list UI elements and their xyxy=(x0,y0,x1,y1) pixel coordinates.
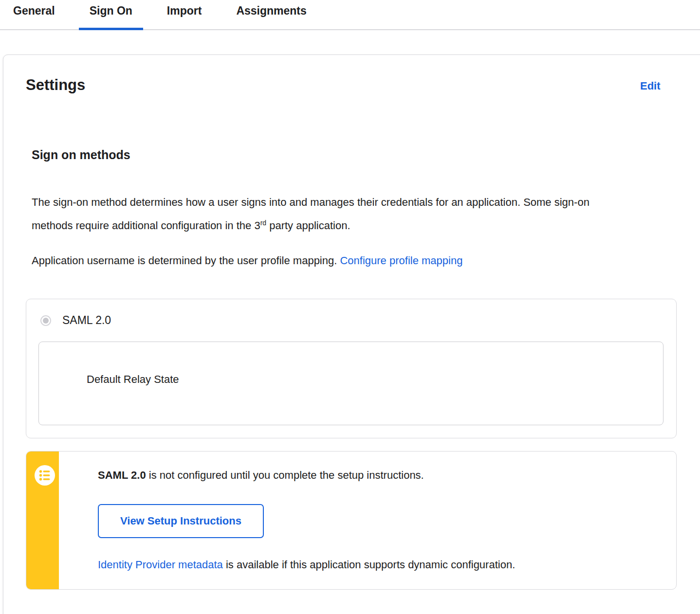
saml-setup-callout: SAML 2.0 is not configured until you com… xyxy=(26,451,677,590)
description-text-2: party application. xyxy=(266,219,350,232)
identity-provider-metadata-link[interactable]: Identity Provider metadata xyxy=(98,559,223,571)
sign-on-methods-heading: Sign on methods xyxy=(32,147,689,162)
tab-general[interactable]: General xyxy=(2,0,66,29)
view-setup-instructions-button[interactable]: View Setup Instructions xyxy=(98,504,264,538)
callout-warning-strip xyxy=(26,451,59,589)
page-title: Settings xyxy=(26,76,689,94)
callout-message-bold: SAML 2.0 xyxy=(98,469,146,481)
callout-body: SAML 2.0 is not configured until you com… xyxy=(59,451,676,589)
card-header: Settings Edit xyxy=(26,76,689,96)
saml-radio-row: SAML 2.0 xyxy=(40,314,663,327)
tab-sign-on[interactable]: Sign On xyxy=(79,0,143,29)
tab-assignments[interactable]: Assignments xyxy=(225,0,317,29)
saml-radio-button[interactable] xyxy=(40,315,51,326)
saml-radio-label[interactable]: SAML 2.0 xyxy=(62,314,111,327)
configure-profile-mapping-link[interactable]: Configure profile mapping xyxy=(340,254,462,267)
edit-link[interactable]: Edit xyxy=(640,80,661,92)
default-relay-state-label: Default Relay State xyxy=(87,373,179,385)
tab-import[interactable]: Import xyxy=(156,0,213,29)
callout-message: SAML 2.0 is not configured until you com… xyxy=(98,468,657,483)
metadata-line: Identity Provider metadata is available … xyxy=(98,558,657,572)
username-description: Application username is determined by th… xyxy=(32,249,630,272)
app-tabbar: General Sign On Import Assignments xyxy=(0,0,700,30)
relay-state-panel: Default Relay State xyxy=(38,342,663,425)
sign-on-description: The sign-on method determines how a user… xyxy=(32,191,608,237)
callout-message-rest: is not configured until you complete the… xyxy=(146,469,424,481)
settings-card: Settings Edit Sign on methods The sign-o… xyxy=(3,54,700,614)
metadata-rest-text: is available if this application support… xyxy=(223,559,515,571)
description-superscript: rd xyxy=(260,219,266,227)
list-icon xyxy=(35,465,55,486)
username-text: Application username is determined by th… xyxy=(32,254,340,267)
saml-method-box: SAML 2.0 Default Relay State xyxy=(26,299,677,438)
